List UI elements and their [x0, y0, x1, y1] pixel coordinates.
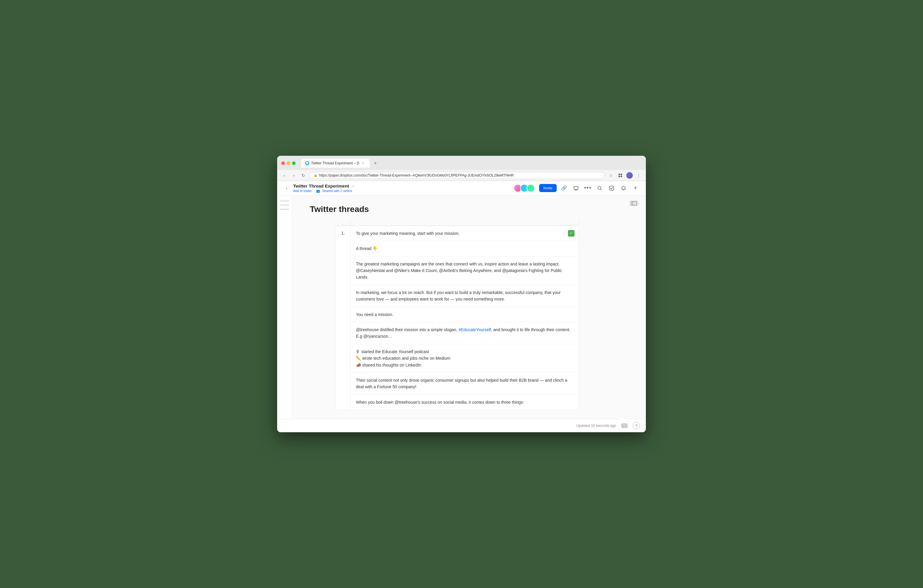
checklist-button[interactable]	[607, 184, 616, 193]
svg-rect-15	[626, 425, 627, 425]
expand-button[interactable]	[629, 200, 639, 206]
traffic-lights	[281, 161, 296, 165]
url-text: https://paper.dropbox.com/doc/Twitter-Th…	[319, 173, 600, 177]
tab-favicon: 📄	[305, 161, 309, 165]
forward-nav-button[interactable]: ›	[290, 172, 297, 179]
bookmark-button[interactable]: ☆	[607, 172, 614, 179]
doc-area: Twitter threads 1. To give your marketin…	[292, 195, 622, 419]
doc-title: Twitter Thread Experiment	[293, 184, 349, 189]
reach-text: In marketing, we focus a lot on reach. B…	[356, 290, 560, 301]
bullet-1: 🎙 started the Educate Yourself podcast	[356, 348, 573, 355]
side-indicator-1	[280, 200, 289, 202]
close-button[interactable]	[281, 161, 285, 165]
list-row: 1. To give your marketing meaning, start…	[335, 226, 579, 410]
avatar-group	[514, 184, 535, 192]
collaborator-avatar-3	[527, 184, 535, 192]
meta-separator: ·	[314, 189, 314, 193]
side-indicator-3	[280, 209, 289, 210]
header-cell-num	[335, 220, 350, 225]
keyboard-shortcut-button[interactable]	[620, 422, 629, 430]
svg-rect-13	[625, 425, 626, 425]
minimize-button[interactable]	[287, 161, 290, 165]
svg-rect-11	[622, 425, 623, 425]
intro-text: To give your marketing meaning, start wi…	[356, 231, 460, 236]
bullet-3: 📣 shared his thoughts on LinkedIn	[356, 362, 573, 368]
section-campaigns: The greatest marketing campaigns are the…	[351, 256, 579, 285]
address-field[interactable]: 🔒 https://paper.dropbox.com/doc/Twitter-…	[309, 172, 605, 179]
thread-text: A thread 👇	[356, 246, 378, 251]
new-tab-button[interactable]: +	[371, 159, 380, 168]
section-boildown: When you boil down @treehouse's success …	[351, 395, 579, 410]
doc-back-button[interactable]: ‹	[283, 185, 290, 192]
svg-rect-0	[619, 174, 620, 175]
toolbar-right: Invite 🔗 ••• +	[514, 184, 640, 193]
check-icon-wrap: ✓	[568, 230, 575, 237]
doc-meta: Add to folder · 👥 Shared with 2 others	[293, 189, 514, 193]
lock-icon: 🔒	[314, 174, 317, 177]
link-share-button[interactable]: 🔗	[560, 184, 568, 193]
check-icon[interactable]: ✓	[568, 230, 575, 237]
doc-title-area: Twitter Thread Experiment ☆ Add to folde…	[293, 184, 514, 193]
section-intro: To give your marketing meaning, start wi…	[351, 226, 579, 241]
doc-toolbar: ‹ Twitter Thread Experiment ☆ Add to fol…	[277, 181, 646, 195]
svg-rect-12	[624, 425, 624, 425]
invite-button[interactable]: Invite	[539, 184, 557, 192]
browser-window: 📄 Twitter Thread Experiment – D × + ‹ › …	[277, 156, 646, 432]
shared-with-text: Shared with 2 others	[322, 189, 352, 193]
section-thread: A thread 👇	[351, 241, 579, 256]
page-title: Twitter threads	[310, 205, 604, 214]
bullet-2: ✏️ wrote tech education and jobs niche o…	[356, 355, 573, 361]
svg-rect-1	[621, 174, 622, 175]
content-block: 1. To give your marketing meaning, start…	[335, 226, 579, 410]
svg-rect-10	[622, 424, 627, 427]
section-reach: In marketing, we focus a lot on reach. B…	[351, 285, 579, 307]
more-menu-button[interactable]: ⋮	[635, 172, 642, 179]
right-panel	[622, 195, 646, 419]
present-button[interactable]	[572, 184, 580, 193]
section-treehouse: @treehouse distilled their mission into …	[351, 322, 579, 344]
svg-rect-14	[622, 426, 624, 427]
tab-close-button[interactable]: ×	[361, 161, 365, 165]
help-button[interactable]: ?	[633, 422, 640, 429]
add-to-folder-link[interactable]: Add to folder	[293, 189, 312, 193]
shared-people-icon: 👥	[316, 189, 320, 193]
more-options-button[interactable]: •••	[583, 184, 592, 193]
tabs-row: 📄 Twitter Thread Experiment – D × +	[301, 159, 642, 168]
user-avatar[interactable]	[626, 172, 633, 179]
back-nav-button[interactable]: ‹	[281, 172, 288, 179]
maximize-button[interactable]	[292, 161, 296, 165]
mission-text: You need a mission.	[356, 312, 393, 317]
updated-status: Updated 10 seconds ago	[576, 424, 616, 428]
star-button[interactable]: ☆	[351, 184, 355, 188]
active-tab[interactable]: 📄 Twitter Thread Experiment – D ×	[301, 159, 370, 168]
svg-rect-2	[619, 176, 620, 177]
svg-line-6	[601, 189, 602, 190]
notifications-button[interactable]	[619, 184, 628, 193]
educate-yourself-link[interactable]: #EducateYourself	[458, 327, 491, 332]
status-bar: Updated 10 seconds ago ?	[277, 419, 646, 432]
title-bar-top: 📄 Twitter Thread Experiment – D × +	[281, 159, 642, 168]
address-bar: ‹ › ↻ 🔒 https://paper.dropbox.com/doc/Tw…	[277, 170, 646, 181]
b2b-text: Their social content not only drove orga…	[356, 378, 567, 389]
search-button[interactable]	[595, 184, 604, 193]
treehouse-text: @treehouse distilled their mission into …	[356, 327, 458, 332]
svg-rect-16	[625, 426, 627, 427]
section-mission: You need a mission.	[351, 307, 579, 322]
left-sidebar	[277, 195, 292, 419]
add-new-button[interactable]: +	[631, 184, 640, 193]
column-headers-row	[335, 220, 579, 226]
svg-rect-7	[609, 186, 614, 190]
list-number: 1.	[335, 226, 350, 410]
section-bullets: 🎙 started the Educate Yourself podcast ✏…	[351, 344, 579, 373]
tab-title: Twitter Thread Experiment – D	[311, 161, 360, 165]
side-indicator-2	[280, 205, 289, 206]
svg-rect-4	[574, 186, 578, 189]
title-bar: 📄 Twitter Thread Experiment – D × +	[277, 156, 646, 170]
refresh-button[interactable]: ↻	[300, 172, 307, 179]
svg-rect-3	[621, 176, 622, 177]
list-content: To give your marketing meaning, start wi…	[350, 226, 579, 410]
address-actions: ☆ ⋮	[607, 172, 642, 179]
layers-button[interactable]	[617, 172, 624, 179]
header-cell-content	[350, 220, 579, 225]
svg-rect-8	[631, 202, 637, 205]
